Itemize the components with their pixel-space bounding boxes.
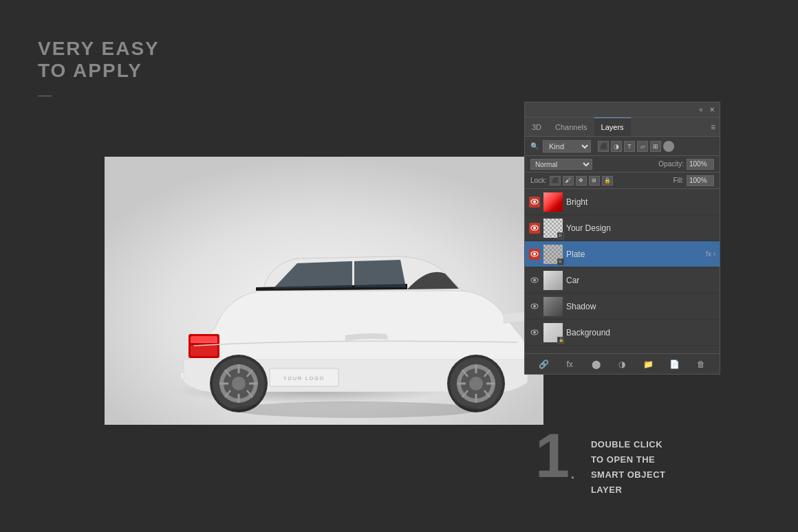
type-filter-icon[interactable]: T <box>624 141 635 152</box>
ps-blend-row: Normal Opacity: <box>525 156 720 173</box>
layer-name-your-design: Your Design <box>566 223 715 233</box>
shape-filter-icon[interactable]: ▱ <box>637 141 648 152</box>
layer-car[interactable]: Car <box>525 267 720 293</box>
layer-name-background: Background <box>566 328 715 337</box>
layer-name-car: Car <box>566 276 715 285</box>
thumb-car <box>543 271 563 290</box>
layer-plate[interactable]: ⛓ Plate fx › <box>525 241 720 267</box>
lock-icon-background: 🔒 <box>557 337 564 344</box>
link-icon-your-design: ⛓ <box>557 232 564 239</box>
visibility-eye-bright[interactable] <box>529 197 540 208</box>
svg-point-27 <box>469 377 483 390</box>
collapse-button[interactable]: « <box>698 107 704 113</box>
fx-badge-plate: fx › <box>706 250 715 258</box>
new-group-button[interactable]: 📁 <box>643 358 655 370</box>
layer-your-design[interactable]: ⛓ Your Design <box>525 215 720 241</box>
lock-brush-icon[interactable]: 🖌 <box>563 176 574 186</box>
instruction-number: 1 <box>535 425 570 487</box>
layer-bright[interactable]: Bright <box>525 189 720 215</box>
blend-mode-select[interactable]: Normal <box>530 159 592 170</box>
add-fx-button[interactable]: fx <box>563 358 576 370</box>
svg-point-36 <box>232 401 479 418</box>
link-icon-plate: ⛓ <box>557 258 564 265</box>
fill-input[interactable] <box>687 175 714 186</box>
delete-layer-button[interactable]: 🗑 <box>695 358 707 370</box>
instruction-section: 1 ● DOUBLE CLICKTO OPEN THESMART OBJECTL… <box>524 411 792 511</box>
lock-position-icon[interactable]: ✥ <box>576 176 587 186</box>
visibility-eye-plate[interactable] <box>529 249 540 260</box>
visibility-eye-car[interactable] <box>529 275 540 286</box>
instruction-text-block: DOUBLE CLICKTO OPEN THESMART OBJECTLAYER <box>591 425 666 498</box>
svg-point-48 <box>533 331 536 334</box>
layer-name-bright: Bright <box>566 197 715 207</box>
kind-filter-icons: ⬛ ◑ T ▱ ⊞ <box>598 141 674 152</box>
header-line2: TO APPLY <box>38 60 160 82</box>
tab-channels[interactable]: Channels <box>548 118 594 136</box>
panel-menu-icon[interactable]: ≡ <box>711 122 715 132</box>
thumb-background: 🔒 <box>543 323 563 342</box>
opacity-label: Opacity: <box>658 160 684 168</box>
thumb-shadow <box>543 297 563 316</box>
svg-text:YOUR LOGO: YOUR LOGO <box>283 376 325 381</box>
layer-name-plate: Plate <box>566 250 702 259</box>
lock-all-icon[interactable]: 🔒 <box>602 176 613 186</box>
new-layer-button[interactable]: 📄 <box>669 358 681 370</box>
lock-icons-group: ⬛ 🖌 ✥ ⊞ 🔒 <box>550 176 613 186</box>
svg-rect-4 <box>191 345 217 356</box>
svg-point-40 <box>533 227 536 230</box>
fill-label: Fill: <box>673 177 684 184</box>
layer-shadow[interactable]: Shadow <box>525 293 720 320</box>
ps-layers-list: Bright ⛓ Your Design ⛓ Plate fx › <box>525 189 720 346</box>
close-button[interactable]: ✕ <box>709 107 715 113</box>
opacity-input[interactable] <box>687 159 714 170</box>
visibility-eye-background[interactable] <box>529 327 540 338</box>
adjustment-layer-button[interactable]: ◑ <box>616 358 628 370</box>
visibility-eye-shadow[interactable] <box>529 301 540 312</box>
thumb-bright <box>543 192 563 212</box>
lock-pixels-icon[interactable]: ⬛ <box>550 176 561 186</box>
header-dash: — <box>38 87 160 103</box>
instruction-text: DOUBLE CLICKTO OPEN THESMART OBJECTLAYER <box>591 437 666 498</box>
kind-select[interactable]: Kind <box>543 140 591 153</box>
svg-point-42 <box>533 253 536 256</box>
add-mask-button[interactable]: ⬤ <box>590 358 602 370</box>
car-background: YOUR LOGO <box>105 157 543 425</box>
instruction-dot: ● <box>571 474 574 480</box>
car-svg: YOUR LOGO <box>105 157 543 425</box>
car-image-container: YOUR LOGO <box>105 157 543 425</box>
ps-tabs-row: 3D Channels Layers ≡ <box>525 118 720 137</box>
ps-titlebar: « ✕ <box>525 102 720 118</box>
pixel-layer-filter-icon[interactable]: ⬛ <box>598 141 609 152</box>
lock-label: Lock: <box>530 177 547 184</box>
ps-lock-row: Lock: ⬛ 🖌 ✥ ⊞ 🔒 Fill: <box>525 173 720 189</box>
ps-bottom-toolbar: 🔗 fx ⬤ ◑ 📁 📄 🗑 <box>525 353 720 374</box>
header-line1: VERY EASY <box>38 38 160 60</box>
lock-artboard-icon[interactable]: ⊞ <box>589 176 600 186</box>
adjustment-filter-icon[interactable]: ◑ <box>611 141 622 152</box>
tab-3d[interactable]: 3D <box>525 118 548 136</box>
link-layers-button[interactable]: 🔗 <box>537 358 550 370</box>
visibility-eye-your-design[interactable] <box>529 223 540 234</box>
search-icon: 🔍 <box>530 142 539 150</box>
thumb-your-design: ⛓ <box>543 219 563 238</box>
svg-point-46 <box>533 305 536 308</box>
svg-point-14 <box>232 377 246 390</box>
ps-kind-row: 🔍 Kind ⬛ ◑ T ▱ ⊞ <box>525 137 720 156</box>
layer-background[interactable]: 🔒 Background <box>525 320 720 346</box>
tab-layers[interactable]: Layers <box>594 118 631 136</box>
smart-object-filter-icon[interactable]: ⊞ <box>650 141 661 152</box>
dot-filter-icon[interactable] <box>663 141 674 152</box>
header-section: VERY EASY TO APPLY — <box>38 38 160 103</box>
layer-name-shadow: Shadow <box>566 302 715 311</box>
svg-point-44 <box>533 279 536 282</box>
ps-layers-panel: « ✕ 3D Channels Layers ≡ 🔍 Kind ⬛ ◑ T ▱ … <box>524 102 720 375</box>
thumb-plate: ⛓ <box>543 245 563 264</box>
svg-point-38 <box>533 201 536 203</box>
